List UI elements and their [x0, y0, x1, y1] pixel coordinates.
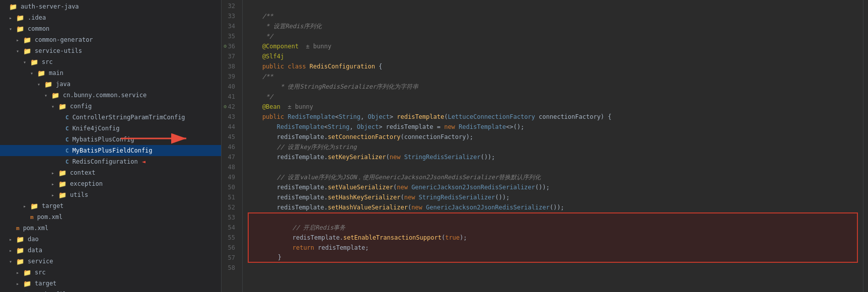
- tree-item-src[interactable]: ▾📁src: [0, 56, 221, 67]
- line-number-45: 45: [222, 132, 238, 142]
- tree-item-label: MyBatisPlusFieldConfig: [73, 147, 153, 154]
- code-line-58: [248, 263, 858, 273]
- class-icon: C: [65, 114, 69, 121]
- expand-arrow: ▾: [16, 48, 23, 54]
- expand-arrow: ▸: [9, 15, 16, 21]
- folder-icon: 📁: [37, 69, 45, 77]
- tree-item-dockerfile[interactable]: 🐳Dockerfile: [0, 289, 221, 292]
- tree-item-label: data: [28, 247, 42, 254]
- code-lines: /** * 设置Redis序列化 */ @Component ± bunny @…: [243, 0, 863, 292]
- code-line-41: */: [248, 92, 858, 102]
- folder-icon: 📁: [23, 269, 31, 276]
- expand-arrow: ▾: [37, 82, 44, 87]
- code-line-36: @Component ± bunny: [248, 41, 858, 51]
- line-number-46: 46: [222, 142, 238, 152]
- tree-item-label: ControllerStringParamTrimConfig: [73, 114, 185, 121]
- folder-icon: 📁: [16, 236, 24, 243]
- tree-item-auth-server-java[interactable]: 📁auth-server-java: [0, 1, 221, 12]
- tree-item-label: service-utils: [35, 47, 82, 54]
- folder-icon: 📁: [30, 202, 38, 210]
- code-line-35: */: [248, 31, 858, 41]
- line-number-37: 37: [222, 51, 238, 61]
- code-line-52: redisTemplate.setHashValueSerializer(new…: [248, 202, 858, 212]
- code-line-39: /**: [248, 71, 858, 82]
- tree-item-label: common-generator: [35, 36, 93, 43]
- tree-item-mybatisplusconfig[interactable]: CMybatisPlusConfig: [0, 134, 221, 145]
- line-number-44: 44: [222, 122, 238, 132]
- expand-arrow: ▸: [16, 37, 23, 43]
- expand-arrow: ▾: [51, 104, 58, 109]
- expand-arrow: ▸: [51, 170, 58, 176]
- tree-item-main[interactable]: ▾📁main: [0, 67, 221, 79]
- tree-item-controllerstringparamtrimconfig[interactable]: CControllerStringParamTrimConfig: [0, 112, 221, 123]
- tree-item-redisconfiguration[interactable]: CRedisConfiguration◄: [0, 156, 221, 167]
- tree-item-pom.xml[interactable]: mpom.xml: [0, 211, 221, 223]
- line-number-36: ⚙36: [222, 41, 238, 51]
- tree-item-pom.xml[interactable]: mpom.xml: [0, 223, 221, 234]
- line-number-56: 56: [222, 243, 238, 253]
- tree-item-label: RedisConfiguration: [73, 158, 138, 165]
- tree-item-service[interactable]: ▾📁service: [0, 256, 221, 267]
- tree-item-.idea[interactable]: ▸📁.idea: [0, 12, 221, 23]
- code-line-47: redisTemplate.setKeySerializer(new Strin…: [248, 152, 858, 162]
- scrollbar[interactable]: [863, 0, 868, 292]
- tree-item-target[interactable]: ▸📁target: [0, 278, 221, 289]
- gutter-bean-icon: ⚙: [224, 41, 227, 51]
- folder-icon: 📁: [30, 58, 38, 66]
- tree-item-dao[interactable]: ▸📁dao: [0, 234, 221, 245]
- line-number-58: 58: [222, 263, 238, 273]
- expand-arrow: ▾: [9, 259, 16, 264]
- tree-item-context[interactable]: ▸📁context: [0, 167, 221, 178]
- class-icon: C: [65, 125, 69, 132]
- expand-arrow: ▸: [51, 192, 58, 198]
- line-number-35: 35: [222, 31, 238, 41]
- folder-icon: 📁: [58, 169, 66, 177]
- code-line-48: [248, 162, 858, 172]
- code-line-56: return redisTemplate;: [248, 243, 858, 253]
- tree-item-mybatisplusfieldconfig[interactable]: CMyBatisPlusFieldConfig: [0, 145, 221, 156]
- tree-item-label: src: [42, 58, 53, 65]
- file-tree[interactable]: 📁auth-server-java▸📁.idea▾📁common▸📁common…: [0, 0, 222, 292]
- tree-item-java[interactable]: ▾📁java: [0, 79, 221, 90]
- tree-item-exception[interactable]: ▸📁exception: [0, 178, 221, 189]
- tree-item-src[interactable]: ▸📁src: [0, 267, 221, 278]
- line-number-39: 39: [222, 71, 238, 82]
- code-line-38: public class RedisConfiguration {: [248, 61, 858, 71]
- line-numbers: 32333435⚙3637✓38394041⚙42⚠43444546474849…: [222, 0, 243, 292]
- expand-arrow: ▾: [9, 26, 16, 32]
- pom-icon: m: [16, 225, 20, 232]
- folder-icon: 📁: [16, 25, 24, 33]
- tree-item-data[interactable]: ▸📁data: [0, 245, 221, 256]
- line-number-48: 48: [222, 162, 238, 172]
- line-number-38: ✓38: [222, 61, 238, 71]
- red-arrow-indicator: ◄: [142, 158, 146, 165]
- code-line-57: }: [248, 253, 858, 263]
- code-editor: 32333435⚙3637✓38394041⚙42⚠43444546474849…: [222, 0, 868, 292]
- tree-item-common-generator[interactable]: ▸📁common-generator: [0, 34, 221, 45]
- tree-item-label: auth-server-java: [21, 3, 79, 10]
- tree-item-label: target: [35, 280, 56, 287]
- tree-item-cn.bunny.common.service[interactable]: ▾📁cn.bunny.common.service: [0, 90, 221, 101]
- tree-item-utils[interactable]: ▸📁utils: [0, 189, 221, 200]
- expand-arrow: ▸: [9, 237, 16, 242]
- tree-item-config[interactable]: ▾📁config: [0, 101, 221, 112]
- folder-icon: 📁: [23, 36, 31, 44]
- line-number-51: 51: [222, 192, 238, 202]
- line-number-42: ⚙42: [222, 102, 238, 112]
- tree-item-service-utils[interactable]: ▾📁service-utils: [0, 45, 221, 56]
- code-line-49: // 设置value序列化为JSON，使用GenericJackson2Json…: [248, 172, 858, 182]
- tree-item-common[interactable]: ▾📁common: [0, 23, 221, 34]
- line-number-55: 55: [222, 233, 238, 243]
- code-line-54: // 开启Redis事务: [248, 223, 858, 233]
- folder-icon: 📁: [58, 191, 66, 199]
- expand-arrow: ▾: [44, 93, 51, 98]
- line-number-52: 52: [222, 202, 238, 212]
- tree-item-label: MybatisPlusConfig: [73, 136, 134, 143]
- tree-item-label: cn.bunny.common.service: [63, 92, 147, 99]
- tree-item-target[interactable]: ▸📁target: [0, 200, 221, 211]
- expand-arrow: ▾: [30, 70, 37, 76]
- code-line-53: [248, 212, 858, 223]
- tree-item-label: Knife4jConfig: [73, 125, 120, 132]
- tree-item-label: pom.xml: [23, 225, 49, 232]
- tree-item-knife4jconfig[interactable]: CKnife4jConfig: [0, 123, 221, 134]
